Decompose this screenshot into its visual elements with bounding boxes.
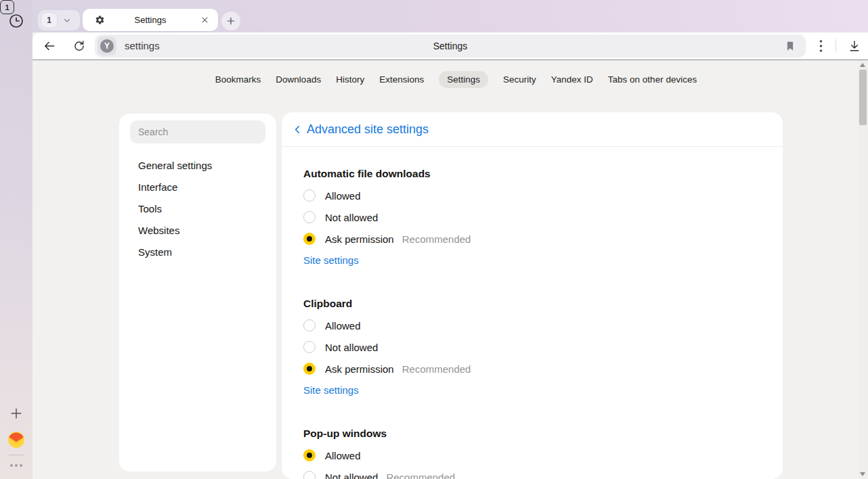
back-chevron-icon[interactable] (292, 124, 303, 135)
address-bar[interactable]: Y settings Settings (95, 35, 806, 58)
link-row: Site settings (303, 250, 761, 271)
nav-item-bookmarks[interactable]: Bookmarks (215, 74, 261, 85)
radio-unselected-icon[interactable] (303, 211, 316, 223)
radio-option-allowed[interactable]: Allowed (303, 185, 761, 206)
tab-group-counter[interactable]: 1 (38, 10, 80, 30)
bookmark-icon[interactable] (784, 40, 796, 52)
radio-selected-icon[interactable] (303, 233, 316, 245)
radio-option-not-allowed[interactable]: Not allowedRecommended (303, 466, 761, 479)
sidebar-item-interface[interactable]: Interface (119, 177, 276, 198)
tab-settings[interactable]: Settings (83, 9, 218, 31)
address-toolbar: Y settings Settings (32, 32, 868, 60)
radio-label: Not allowed (325, 212, 378, 223)
radio-option-allowed[interactable]: Allowed (303, 444, 761, 466)
nav-item-history[interactable]: History (336, 74, 364, 85)
radio-option-allowed[interactable]: Allowed (303, 315, 761, 336)
new-tab-button[interactable] (221, 12, 240, 30)
nav-item-settings[interactable]: Settings (439, 71, 488, 88)
browser-window: 1 1 Settings (0, 0, 868, 479)
settings-sidebar: General settingsInterfaceToolsWebsitesSy… (119, 114, 276, 472)
nav-item-extensions[interactable]: Extensions (379, 74, 424, 85)
toolbar-more-icon[interactable] (815, 39, 826, 53)
sidebar-item-tools[interactable]: Tools (119, 198, 276, 220)
section-title: Pop-up windows (303, 423, 761, 444)
section-automatic-file-downloads: Automatic file downloadsAllowedNot allow… (303, 163, 761, 271)
scroll-down-icon[interactable] (860, 472, 865, 476)
tab-count-badge: 1 (41, 13, 57, 28)
section-title: Clipboard (303, 293, 761, 315)
section-pop-up-windows: Pop-up windowsAllowedNot allowedRecommen… (303, 423, 761, 479)
radio-option-not-allowed[interactable]: Not allowed (303, 206, 761, 228)
section-clipboard: ClipboardAllowedNot allowedAsk permissio… (303, 293, 761, 401)
radio-unselected-icon[interactable] (303, 471, 316, 479)
nav-item-security[interactable]: Security (503, 74, 536, 85)
sidebar-item-websites[interactable]: Websites (119, 220, 276, 242)
site-settings-link[interactable]: Site settings (303, 384, 359, 396)
history-clock-icon[interactable] (8, 13, 24, 29)
radio-label: Ask permission (325, 233, 394, 245)
settings-page: BookmarksDownloadsHistoryExtensionsSetti… (32, 60, 868, 479)
page-heading: Advanced site settings (307, 122, 429, 137)
link-row: Site settings (303, 380, 761, 401)
sidebar-item-general-settings[interactable]: General settings (119, 155, 276, 177)
radio-unselected-icon[interactable] (303, 189, 316, 202)
radio-unselected-icon[interactable] (303, 341, 316, 353)
yandex-mail-icon[interactable] (7, 431, 25, 449)
recommended-note: Recommended (402, 233, 471, 245)
tab-title: Settings (83, 15, 218, 25)
tab-close-icon[interactable] (200, 15, 210, 25)
radio-option-not-allowed[interactable]: Not allowed (303, 336, 761, 358)
settings-sections: Automatic file downloadsAllowedNot allow… (282, 163, 783, 479)
radio-label: Allowed (325, 190, 361, 202)
nav-item-tabs-on-other-devices[interactable]: Tabs on other devices (608, 74, 697, 85)
rail-divider (9, 455, 24, 455)
chevron-down-icon[interactable] (62, 16, 72, 25)
page-title: Settings (95, 35, 806, 58)
vertical-scrollbar[interactable] (858, 60, 868, 479)
settings-nav: BookmarksDownloadsHistoryExtensionsSetti… (43, 70, 868, 89)
radio-label: Not allowed (325, 472, 378, 479)
advanced-settings-header[interactable]: Advanced site settings (282, 112, 783, 147)
radio-label: Not allowed (325, 342, 378, 353)
sidebar-menu: General settingsInterfaceToolsWebsitesSy… (119, 155, 276, 263)
left-rail: 1 (0, 0, 32, 479)
radio-label: Allowed (325, 450, 361, 461)
section-title: Automatic file downloads (303, 163, 761, 185)
recommended-note: Recommended (386, 472, 455, 479)
tab-panel-icon[interactable]: 1 (0, 0, 14, 14)
radio-selected-icon[interactable] (303, 449, 316, 461)
radio-option-ask-permission[interactable]: Ask permissionRecommended (303, 358, 761, 380)
radio-label: Ask permission (325, 363, 394, 375)
reload-button[interactable] (72, 39, 86, 53)
search-input[interactable] (130, 120, 265, 143)
radio-selected-icon[interactable] (303, 363, 316, 375)
recommended-note: Recommended (402, 363, 471, 375)
radio-option-ask-permission[interactable]: Ask permissionRecommended (303, 228, 761, 250)
site-settings-link[interactable]: Site settings (303, 254, 359, 266)
tab-strip: 1 Settings (32, 0, 868, 32)
nav-item-yandex-id[interactable]: Yandex ID (551, 74, 593, 85)
add-panel-icon[interactable] (9, 406, 24, 421)
toolbar-divider (836, 39, 836, 53)
sidebar-item-system[interactable]: System (119, 242, 276, 263)
nav-item-downloads[interactable]: Downloads (276, 74, 321, 85)
scroll-up-icon[interactable] (860, 63, 865, 67)
back-button[interactable] (43, 39, 56, 53)
radio-label: Allowed (325, 320, 361, 332)
radio-unselected-icon[interactable] (303, 319, 316, 332)
more-apps-icon[interactable] (9, 461, 24, 470)
scrollbar-thumb[interactable] (859, 70, 867, 125)
settings-main-card: Advanced site settings Automatic file do… (282, 112, 783, 479)
downloads-icon[interactable] (848, 39, 861, 53)
